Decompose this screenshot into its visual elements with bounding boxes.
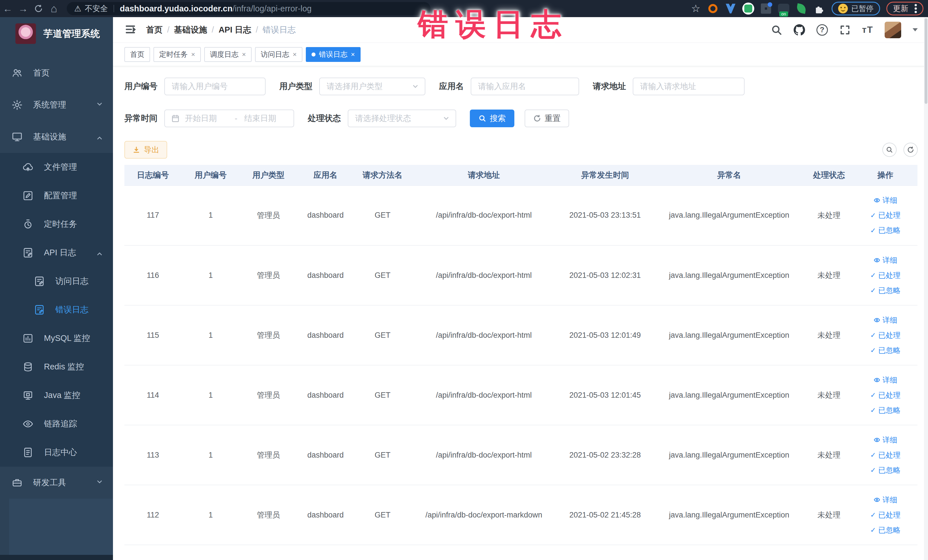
date-range-picker[interactable]: 开始日期 - 结束日期 <box>164 110 294 127</box>
detail-link[interactable]: 详细 <box>873 314 897 327</box>
app-name-input[interactable] <box>471 78 579 95</box>
tag-1[interactable]: 定时任务× <box>154 47 201 62</box>
export-button[interactable]: 导出 <box>124 141 167 159</box>
url-path: /infra/log/api-error-log <box>232 4 311 14</box>
font-size-icon[interactable] <box>862 24 873 35</box>
sidebar-item-13[interactable]: 日志中心 <box>0 438 113 467</box>
gear-icon <box>11 99 23 111</box>
sidebar-item-4[interactable]: 配置管理 <box>0 182 113 210</box>
sidebar-item-14[interactable]: 研发工具 <box>0 467 113 499</box>
browser-menu-icon[interactable] <box>914 8 917 10</box>
cell-r5-c7: java.lang.IllegalArgumentException <box>653 485 805 545</box>
detail-link[interactable]: 详细 <box>873 493 897 506</box>
chevron-down-icon <box>443 115 450 122</box>
ignored-link[interactable]: 已忽略 <box>870 284 901 297</box>
sidebar-item-10[interactable]: Redis 监控 <box>0 352 113 381</box>
sidebar-footer-strip <box>0 555 113 560</box>
search-button[interactable]: 搜索 <box>470 110 514 127</box>
refresh-table-button[interactable] <box>904 143 918 157</box>
window-scrollbar[interactable] <box>924 17 928 560</box>
user-id-input[interactable] <box>164 78 266 95</box>
orange-ring-extension-icon[interactable] <box>707 2 719 15</box>
sidebar-item-label: 链路追踪 <box>44 418 77 430</box>
github-icon[interactable] <box>794 24 805 36</box>
error-log-table: 日志编号用户编号用户类型应用名请求方法名请求地址异常发生时间异常名处理状态操作 … <box>124 165 917 545</box>
ignored-link[interactable]: 已忽略 <box>870 224 901 237</box>
user-avatar[interactable] <box>885 22 901 38</box>
show-search-button[interactable] <box>882 143 897 157</box>
detail-link[interactable]: 详细 <box>873 194 897 206</box>
vue-devtools-extension-icon[interactable] <box>742 2 754 15</box>
cell-r0-c6: 2021-05-03 23:13:51 <box>557 185 653 245</box>
browser-forward-icon[interactable] <box>15 2 31 15</box>
sidebar-item-12[interactable]: 链路追踪 <box>0 410 113 438</box>
puzzle-extensions-icon[interactable] <box>813 2 825 15</box>
cell-actions-r5: 详细已处理已忽略 <box>853 485 917 545</box>
processed-link[interactable]: 已处理 <box>870 209 901 222</box>
processed-link[interactable]: 已处理 <box>870 508 901 521</box>
green-leaf-extension-icon[interactable] <box>795 2 807 15</box>
sidebar-item-1[interactable]: 系统管理 <box>0 89 113 121</box>
blue-shield-extension-icon[interactable] <box>724 2 737 15</box>
sidebar-item-2[interactable]: 基础设施 <box>0 121 113 153</box>
ignored-link[interactable]: 已忽略 <box>870 523 901 536</box>
browser-home-icon[interactable] <box>46 2 62 15</box>
help-icon[interactable] <box>817 24 828 36</box>
scrollbar-thumb[interactable] <box>925 18 927 104</box>
processed-link[interactable]: 已处理 <box>870 449 901 461</box>
user-type-select[interactable]: 请选择用户类型 <box>319 78 425 95</box>
check-icon <box>870 464 876 476</box>
search-icon[interactable] <box>771 24 782 36</box>
fullscreen-icon[interactable] <box>839 24 851 36</box>
cell-r4-c6: 2021-05-02 23:32:28 <box>557 425 653 485</box>
profile-paused-chip[interactable]: 已暂停 <box>832 2 880 15</box>
request-url-input[interactable] <box>633 78 745 95</box>
address-bar[interactable]: 不安全 dashboard.yudao.iocoder.cn/infra/log… <box>67 2 430 15</box>
detail-link[interactable]: 详细 <box>873 254 897 267</box>
processed-link[interactable]: 已处理 <box>870 269 901 282</box>
detail-link[interactable]: 详细 <box>873 374 897 386</box>
reset-button[interactable]: 重置 <box>525 110 569 127</box>
sidebar-item-6[interactable]: API 日志 <box>0 238 113 267</box>
cell-r2-c5: /api/infra/db-doc/export-html <box>411 305 557 365</box>
table-row-4: 1131管理员dashboardGET/api/infra/db-doc/exp… <box>124 425 917 485</box>
close-tag-icon[interactable]: × <box>242 50 246 58</box>
browser-back-icon[interactable] <box>0 2 15 15</box>
sidebar-item-5[interactable]: 定时任务 <box>0 210 113 238</box>
processed-link[interactable]: 已处理 <box>870 389 901 401</box>
ignored-link[interactable]: 已忽略 <box>870 404 901 417</box>
tag-0[interactable]: 首页 <box>124 47 150 62</box>
processed-link[interactable]: 已处理 <box>870 329 901 342</box>
sidebar-menu: 首页系统管理基础设施文件管理配置管理定时任务API 日志访问日志错误日志MySQ… <box>0 57 113 499</box>
tag-2[interactable]: 调度日志× <box>204 47 252 62</box>
ignored-link[interactable]: 已忽略 <box>870 344 901 357</box>
sidebar-item-11[interactable]: Java 监控 <box>0 381 113 410</box>
eye-icon <box>873 496 881 503</box>
tag-4[interactable]: 错误日志× <box>306 47 360 62</box>
grid-extension-icon[interactable] <box>760 2 772 15</box>
sidebar-item-0[interactable]: 首页 <box>0 57 113 89</box>
process-status-label: 处理状态 <box>308 113 341 124</box>
logo-row[interactable]: 芋道管理系统 <box>0 17 113 49</box>
breadcrumb-item-1[interactable]: 基础设施 <box>174 24 207 36</box>
avatar-caret-icon[interactable] <box>913 28 918 31</box>
breadcrumb-item-2[interactable]: API 日志 <box>218 24 251 36</box>
tampermonkey-extension-icon[interactable]: on <box>777 2 790 15</box>
browser-reload-icon[interactable] <box>31 2 46 15</box>
sidebar-item-9[interactable]: MySQL 监控 <box>0 324 113 352</box>
detail-link[interactable]: 详细 <box>873 433 897 446</box>
bookmark-star-icon[interactable] <box>691 3 701 15</box>
close-tag-icon[interactable]: × <box>351 50 355 58</box>
sidebar-item-8[interactable]: 错误日志 <box>0 296 113 324</box>
close-tag-icon[interactable]: × <box>293 50 297 58</box>
sidebar-item-3[interactable]: 文件管理 <box>0 153 113 182</box>
process-status-select[interactable]: 请选择处理状态 <box>348 110 456 127</box>
ignored-link[interactable]: 已忽略 <box>870 464 901 476</box>
sidebar-item-7[interactable]: 访问日志 <box>0 267 113 296</box>
breadcrumb-item-0[interactable]: 首页 <box>146 24 163 36</box>
hamburger-icon[interactable] <box>124 23 136 37</box>
cell-r2-c8: 未处理 <box>805 305 853 365</box>
browser-update-chip[interactable]: 更新 <box>886 2 923 15</box>
close-tag-icon[interactable]: × <box>191 50 195 58</box>
tag-3[interactable]: 访问日志× <box>255 47 302 62</box>
